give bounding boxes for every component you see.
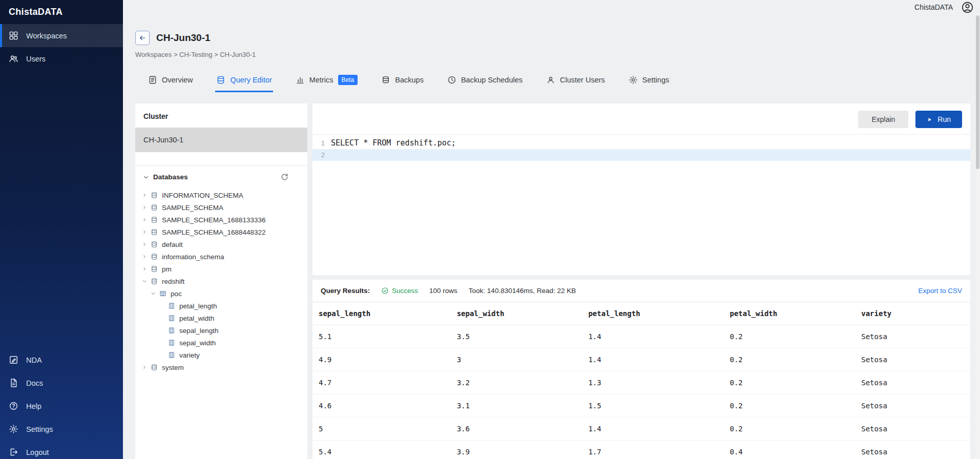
export-csv-link[interactable]: Export to CSV bbox=[918, 287, 962, 295]
table-cell: Setosa bbox=[855, 394, 970, 418]
back-button[interactable] bbox=[135, 31, 150, 45]
rows-count: 100 rows bbox=[429, 287, 457, 295]
sidebar-item-label: NDA bbox=[26, 356, 42, 364]
person-icon bbox=[546, 75, 555, 85]
code-line[interactable]: 1SELECT * FROM redshift.poc; bbox=[312, 137, 970, 149]
tree-item-information-schema[interactable]: information_schema bbox=[135, 251, 307, 263]
table-cell: 4.6 bbox=[312, 394, 451, 418]
chevron-down-icon bbox=[141, 278, 148, 284]
table-cell: 0.2 bbox=[723, 394, 855, 418]
scrollbar-thumb[interactable] bbox=[976, 15, 979, 169]
tab-label: Cluster Users bbox=[560, 76, 605, 84]
status-badge: Success bbox=[381, 287, 418, 295]
tree-item-sample-schema[interactable]: SAMPLE_SCHEMA bbox=[135, 201, 307, 214]
query-stats: Took: 140.830146ms, Read: 22 KB bbox=[469, 287, 576, 295]
tree-item-petal-width[interactable]: petal_width bbox=[135, 312, 307, 324]
table-cell: 1.4 bbox=[582, 348, 723, 371]
tree-item-sepal-width[interactable]: sepal_width bbox=[135, 337, 307, 349]
clipboard-icon bbox=[148, 75, 157, 85]
cluster-panel: Cluster CH-Jun30-1 Databases INFORMATION… bbox=[135, 103, 307, 459]
table-cell: 0.2 bbox=[723, 348, 855, 371]
chevron-right-icon bbox=[141, 241, 148, 247]
code-text: SELECT * FROM redshift.poc; bbox=[331, 137, 456, 149]
sidebar-item-docs[interactable]: Docs bbox=[0, 371, 123, 394]
table-cell: Setosa bbox=[855, 348, 970, 371]
tab-metrics[interactable]: MetricsBeta bbox=[295, 69, 359, 92]
line-number: 2 bbox=[312, 149, 331, 161]
table-cell: 4.7 bbox=[312, 371, 451, 394]
tab-cluster-users[interactable]: Cluster Users bbox=[545, 69, 606, 92]
table-icon bbox=[159, 290, 166, 297]
table-cell: 3 bbox=[451, 348, 582, 371]
tab-settings[interactable]: Settings bbox=[628, 69, 670, 92]
sidebar-item-logout[interactable]: Logout bbox=[0, 441, 123, 459]
results-table: sepal_lengthsepal_widthpetal_lengthpetal… bbox=[312, 302, 970, 459]
tab-label: Settings bbox=[642, 76, 669, 84]
chevron-right-icon bbox=[141, 254, 148, 260]
tree-item-default[interactable]: default bbox=[135, 238, 307, 251]
sidebar-item-users[interactable]: Users bbox=[0, 47, 123, 70]
table-cell: 3.9 bbox=[451, 441, 582, 459]
column-header-petal-length: petal_length bbox=[582, 302, 723, 325]
avatar-icon[interactable] bbox=[961, 1, 974, 14]
tree-item-sample-schema-1688133336[interactable]: SAMPLE_SCHEMA_1688133336 bbox=[135, 214, 307, 226]
column-icon bbox=[168, 302, 175, 309]
tree-item-poc[interactable]: poc bbox=[135, 287, 307, 300]
tree-item-sample-schema-1688448322[interactable]: SAMPLE_SCHEMA_1688448322 bbox=[135, 226, 307, 238]
refresh-icon[interactable] bbox=[280, 173, 289, 181]
table-cell: 1.3 bbox=[582, 371, 723, 394]
tree-item-information-schema[interactable]: INFORMATION_SCHEMA bbox=[135, 189, 307, 201]
tab-backups[interactable]: Backups bbox=[380, 69, 425, 92]
tree-item-label: system bbox=[162, 364, 184, 371]
databases-section-header[interactable]: Databases bbox=[135, 166, 307, 186]
column-header-variety: variety bbox=[855, 302, 970, 325]
tree-item-label: variety bbox=[179, 351, 200, 359]
tab-overview[interactable]: Overview bbox=[147, 69, 194, 92]
tab-label: Query Editor bbox=[230, 76, 272, 84]
explain-button[interactable]: Explain bbox=[858, 111, 908, 128]
editor-toolbar: Explain Run bbox=[312, 103, 970, 135]
database-icon bbox=[151, 278, 158, 285]
table-cell: 3.5 bbox=[451, 325, 582, 348]
sidebar-item-label: Settings bbox=[26, 425, 53, 433]
table-cell: 0.4 bbox=[723, 441, 855, 459]
panels: Cluster CH-Jun30-1 Databases INFORMATION… bbox=[135, 103, 980, 459]
database-icon bbox=[151, 228, 158, 236]
query-editor-panel: Explain Run 1SELECT * FROM redshift.poc;… bbox=[312, 103, 970, 275]
table-cell: 1.4 bbox=[582, 418, 723, 441]
table-row: 4.931.40.2Setosa bbox=[312, 348, 970, 371]
tree-item-system[interactable]: system bbox=[135, 361, 307, 373]
breadcrumb[interactable]: Workspaces > CH-Testing > CH-Jun30-1 bbox=[135, 51, 980, 58]
chevron-down-icon bbox=[150, 290, 156, 297]
table-row: 4.63.11.50.2Setosa bbox=[312, 394, 970, 418]
code-editor[interactable]: 1SELECT * FROM redshift.poc;2 bbox=[312, 135, 970, 275]
run-button[interactable]: Run bbox=[915, 111, 962, 128]
sidebar-item-label: Logout bbox=[26, 448, 49, 456]
tree-item-pm[interactable]: pm bbox=[135, 263, 307, 275]
cluster-selected-item[interactable]: CH-Jun30-1 bbox=[135, 128, 307, 152]
table-cell: Setosa bbox=[855, 418, 970, 441]
tree-item-label: INFORMATION_SCHEMA bbox=[162, 192, 243, 199]
tree-item-label: petal_length bbox=[179, 302, 217, 310]
table-cell: 0.2 bbox=[723, 418, 855, 441]
table-cell: 3.6 bbox=[451, 418, 582, 441]
tree-item-variety[interactable]: variety bbox=[135, 349, 307, 361]
page-header: CH-Jun30-1 bbox=[135, 31, 980, 45]
scrollbar bbox=[975, 14, 980, 459]
database-tree: INFORMATION_SCHEMASAMPLE_SCHEMASAMPLE_SC… bbox=[135, 186, 307, 373]
table-cell: 1.5 bbox=[582, 394, 723, 418]
tree-item-redshift[interactable]: redshift bbox=[135, 275, 307, 287]
chevron-right-icon bbox=[141, 217, 148, 223]
sidebar-item-workspaces[interactable]: Workspaces bbox=[0, 24, 123, 47]
tab-query-editor[interactable]: Query Editor bbox=[215, 69, 273, 92]
beta-badge: Beta bbox=[338, 75, 358, 85]
sidebar-item-settings[interactable]: Settings bbox=[0, 418, 123, 441]
tab-backup-schedules[interactable]: Backup Schedules bbox=[446, 69, 524, 92]
table-row: 5.43.91.70.4Setosa bbox=[312, 441, 970, 459]
code-line[interactable]: 2 bbox=[312, 149, 970, 161]
tree-item-petal-length[interactable]: petal_length bbox=[135, 300, 307, 312]
sidebar-item-nda[interactable]: NDA bbox=[0, 348, 123, 371]
tree-item-sepal-length[interactable]: sepal_length bbox=[135, 324, 307, 337]
tree-item-label: sepal_length bbox=[179, 327, 219, 335]
sidebar-item-help[interactable]: Help bbox=[0, 394, 123, 418]
